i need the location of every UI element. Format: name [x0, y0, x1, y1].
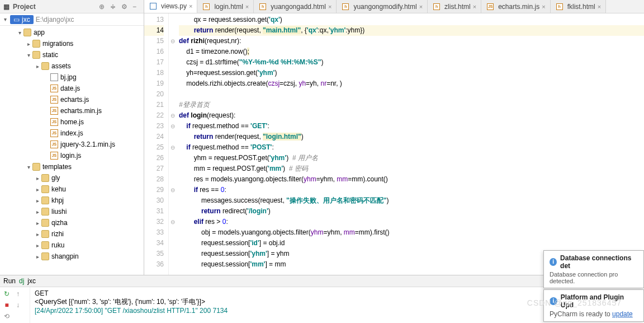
django-icon: dj [19, 277, 24, 285]
root-name: jxc [22, 16, 30, 24]
close-icon[interactable]: × [419, 3, 423, 10]
tree-item-qizha[interactable]: ▸qizha [0, 217, 144, 228]
tree-item-home-js[interactable]: JShome.js [0, 116, 144, 128]
editor-area: views.py×hlogin.html×hyuangongadd.html×h… [144, 0, 644, 275]
project-root-row[interactable]: ▾ ▭jxc E:\django\jxc [0, 13, 144, 26]
tab-yuangongadd-html[interactable]: hyuangongadd.html× [254, 0, 337, 13]
tab-views-py[interactable]: views.py× [144, 0, 197, 13]
collapse-icon[interactable]: − [132, 3, 140, 11]
tree-item-login-js[interactable]: JSlogin.js [0, 150, 144, 161]
rerun-button[interactable]: ↻ [2, 289, 11, 298]
run-label: Run [3, 277, 16, 285]
tab-login-html[interactable]: hlogin.html× [197, 0, 254, 13]
target-icon[interactable]: ⊕ [99, 3, 107, 11]
project-header: ▦ Project ⊕ ≑ ⚙ − [0, 0, 144, 13]
run-config-name: jxc [27, 277, 36, 285]
project-icon: ▦ [3, 3, 10, 11]
close-icon[interactable]: × [245, 3, 249, 10]
db-notification[interactable]: iDatabase connections det Database conne… [543, 250, 644, 288]
close-icon[interactable]: × [542, 3, 545, 10]
tab-zlist-html[interactable]: hzlist.html× [428, 0, 481, 13]
tree-item-bj-jpg[interactable]: bj.jpg [0, 72, 144, 83]
plugin-body: PyCharm is ready to [550, 310, 612, 318]
plugin-notification[interactable]: iPlatform and Plugin Upd PyCharm is read… [543, 289, 644, 322]
tab-yuangongmodify-html[interactable]: hyuangongmodify.html× [337, 0, 428, 13]
tree-item-app[interactable]: ▾app [0, 27, 144, 38]
close-icon[interactable]: × [189, 3, 192, 10]
tree-item-shangpin[interactable]: ▸shangpin [0, 251, 144, 262]
tab-echarts-min-js[interactable]: JSecharts.min.js× [481, 0, 550, 13]
project-title: Project [13, 3, 96, 11]
tree-item-index-js[interactable]: JSindex.js [0, 128, 144, 139]
split-icon[interactable]: ≑ [110, 3, 118, 11]
close-icon[interactable]: × [328, 3, 332, 10]
update-link[interactable]: update [612, 310, 633, 318]
editor-tabs[interactable]: views.py×hlogin.html×hyuangongadd.html×h… [144, 0, 644, 13]
tree-item-echarts-js[interactable]: JSecharts.js [0, 94, 144, 105]
code-editor[interactable]: 1314151617181920212223242526272829303132… [144, 13, 644, 275]
tree-item-echarts-min-js[interactable]: JSecharts.min.js [0, 105, 144, 116]
db-title: Database connections det [560, 254, 638, 270]
project-sidebar: ▦ Project ⊕ ≑ ⚙ − ▾ ▭jxc E:\django\jxc ▾… [0, 0, 144, 275]
line-gutter: 1314151617181920212223242526272829303132… [144, 13, 169, 275]
tree-item-kehu[interactable]: ▸kehu [0, 184, 144, 195]
gear-icon[interactable]: ⚙ [121, 3, 129, 11]
tree-item-rizhi[interactable]: ▸rizhi [0, 228, 144, 240]
tree-item-liushi[interactable]: ▸liushi [0, 206, 144, 217]
run-controls: ↻ ↑ ■ ↓ ⟲ [0, 287, 30, 323]
stop-button[interactable]: ■ [2, 301, 11, 310]
close-icon[interactable]: × [473, 3, 476, 10]
chevron-down-icon[interactable]: ▾ [2, 16, 8, 22]
info-icon: i [550, 297, 557, 305]
db-body: Database connection pro detected. [550, 271, 638, 284]
fold-column[interactable]: ⊖⊖⊖⊖⊖⊖ [169, 13, 177, 275]
tree-item-date-js[interactable]: JSdate.js [0, 83, 144, 94]
info-icon: i [550, 258, 557, 266]
tree-item-templates[interactable]: ▾templates [0, 161, 144, 172]
tree-item-jquery-3-2-1-min-js[interactable]: JSjquery-3.2.1.min.js [0, 139, 144, 150]
close-icon[interactable]: × [598, 3, 601, 10]
tree-item-assets[interactable]: ▸assets [0, 60, 144, 72]
up-button[interactable]: ↑ [13, 289, 22, 298]
tree-item-ruku[interactable]: ▸ruku [0, 240, 144, 251]
tree-item-khpj[interactable]: ▸khpj [0, 195, 144, 206]
down-button[interactable]: ↓ [13, 301, 22, 310]
root-path: E:\django\jxc [36, 16, 74, 24]
tree-item-static[interactable]: ▾static [0, 49, 144, 60]
tree-item-gly[interactable]: ▸gly [0, 172, 144, 184]
code-content[interactable]: qx = request.session.get('qx') return re… [177, 13, 644, 275]
tree-item-migrations[interactable]: ▸migrations [0, 38, 144, 49]
clear-button[interactable]: ⟲ [2, 312, 11, 321]
plugin-title: Platform and Plugin Upd [561, 293, 638, 309]
tab-fklist-html[interactable]: hfklist.html× [551, 0, 606, 13]
project-tree[interactable]: ▾app▸migrations▾static▸assetsbj.jpgJSdat… [0, 26, 144, 275]
folder-icon: ▭ [13, 16, 20, 24]
